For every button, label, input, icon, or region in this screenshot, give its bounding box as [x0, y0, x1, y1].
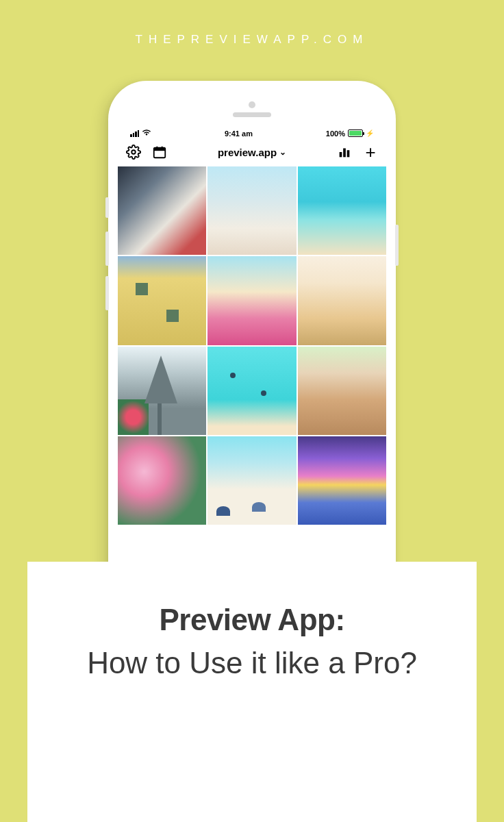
phone-volume-up [105, 232, 109, 266]
phone-notch [118, 90, 386, 127]
signal-icon [130, 130, 139, 137]
analytics-button[interactable] [337, 145, 352, 160]
grid-tile[interactable] [298, 166, 386, 255]
account-switcher[interactable]: preview.app ⌄ [218, 147, 286, 158]
status-time: 9:41 am [225, 129, 253, 138]
app-toolbar: preview.app ⌄ + [118, 140, 386, 166]
camera-dot [249, 101, 255, 108]
caption-card: Preview App: How to Use it like a Pro? [27, 562, 477, 822]
grid-tile[interactable] [207, 166, 296, 255]
grid-tile[interactable] [207, 436, 296, 525]
settings-button[interactable] [126, 145, 141, 160]
phone-volume-down [105, 276, 109, 310]
caption-title: Preview App: [62, 603, 442, 637]
gear-icon [126, 145, 141, 160]
phone-mute-switch [105, 197, 109, 218]
caption-subtitle: How to Use it like a Pro? [62, 644, 442, 682]
grid-tile[interactable] [298, 436, 386, 525]
phone-power-button [395, 225, 399, 266]
feed-grid [118, 166, 386, 525]
status-bar: 9:41 am 100% ⚡ [118, 127, 386, 140]
calendar-icon [152, 145, 167, 160]
grid-tile[interactable] [118, 347, 206, 435]
battery-icon [348, 129, 363, 137]
account-name: preview.app [218, 147, 277, 158]
grid-tile[interactable] [298, 256, 386, 345]
grid-tile[interactable] [207, 347, 296, 435]
plus-icon: + [365, 143, 375, 161]
grid-tile[interactable] [298, 347, 386, 435]
bar-chart-icon [337, 145, 352, 160]
calendar-button[interactable] [152, 145, 167, 160]
speaker-grille [233, 112, 271, 117]
grid-tile[interactable] [118, 256, 206, 345]
svg-rect-6 [347, 150, 350, 157]
svg-rect-4 [340, 152, 342, 157]
grid-tile[interactable] [118, 436, 206, 525]
wifi-icon [142, 129, 151, 138]
add-button[interactable]: + [363, 145, 378, 160]
grid-tile[interactable] [118, 166, 206, 255]
phone-mockup: 9:41 am 100% ⚡ preview.app ⌄ [108, 81, 396, 643]
svg-rect-5 [343, 149, 346, 158]
website-header: THEPREVIEWAPP.COM [0, 33, 504, 47]
battery-percent: 100% [326, 129, 345, 138]
grid-tile[interactable] [207, 256, 296, 345]
chevron-down-icon: ⌄ [279, 147, 286, 157]
svg-rect-1 [154, 148, 166, 151]
charging-icon: ⚡ [366, 129, 374, 137]
